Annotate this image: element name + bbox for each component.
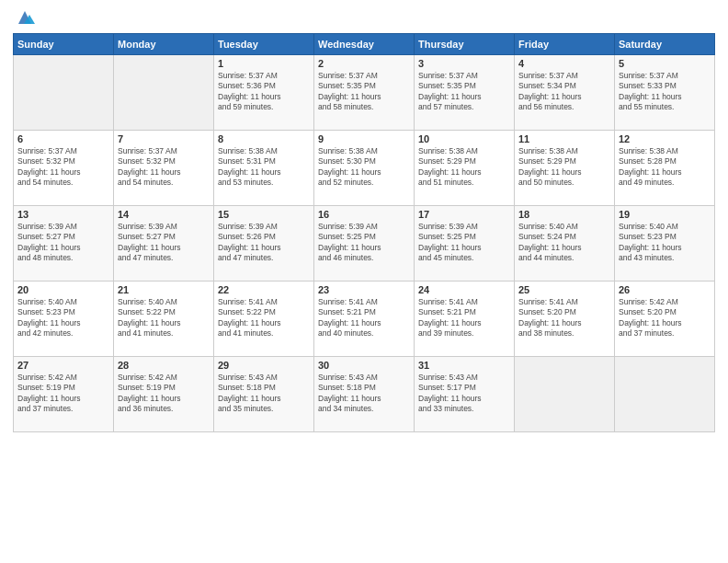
- calendar-cell: 9Sunrise: 5:38 AM Sunset: 5:30 PM Daylig…: [314, 131, 415, 206]
- day-number: 27: [17, 360, 109, 371]
- day-number: 19: [619, 209, 711, 220]
- calendar-week-row: 20Sunrise: 5:40 AM Sunset: 5:23 PM Dayli…: [14, 282, 715, 357]
- day-info: Sunrise: 5:38 AM Sunset: 5:29 PM Dayligh…: [518, 146, 610, 189]
- calendar-cell: 24Sunrise: 5:41 AM Sunset: 5:21 PM Dayli…: [415, 282, 515, 357]
- day-number: 5: [619, 58, 711, 69]
- day-number: 20: [17, 284, 109, 295]
- calendar-cell: 25Sunrise: 5:41 AM Sunset: 5:20 PM Dayli…: [515, 282, 615, 357]
- day-info: Sunrise: 5:39 AM Sunset: 5:25 PM Dayligh…: [418, 222, 510, 264]
- calendar-cell: 18Sunrise: 5:40 AM Sunset: 5:24 PM Dayli…: [515, 206, 615, 282]
- day-number: 21: [118, 284, 210, 295]
- day-number: 22: [218, 284, 310, 295]
- day-number: 28: [118, 360, 210, 371]
- day-info: Sunrise: 5:40 AM Sunset: 5:23 PM Dayligh…: [619, 222, 711, 264]
- day-number: 14: [118, 209, 210, 220]
- calendar-cell: 31Sunrise: 5:43 AM Sunset: 5:17 PM Dayli…: [415, 357, 515, 432]
- day-info: Sunrise: 5:38 AM Sunset: 5:31 PM Dayligh…: [218, 146, 310, 189]
- calendar-cell: 6Sunrise: 5:37 AM Sunset: 5:32 PM Daylig…: [14, 131, 114, 206]
- day-info: Sunrise: 5:37 AM Sunset: 5:33 PM Dayligh…: [619, 71, 711, 113]
- day-number: 23: [318, 284, 410, 295]
- day-number: 6: [17, 133, 109, 144]
- day-info: Sunrise: 5:38 AM Sunset: 5:28 PM Dayligh…: [619, 146, 711, 189]
- day-number: 8: [218, 133, 310, 144]
- calendar-cell: 14Sunrise: 5:39 AM Sunset: 5:27 PM Dayli…: [114, 206, 214, 282]
- day-info: Sunrise: 5:37 AM Sunset: 5:36 PM Dayligh…: [218, 71, 310, 113]
- day-number: 31: [418, 360, 510, 371]
- calendar-cell: 12Sunrise: 5:38 AM Sunset: 5:28 PM Dayli…: [615, 131, 715, 206]
- day-number: 1: [218, 58, 310, 69]
- day-info: Sunrise: 5:40 AM Sunset: 5:24 PM Dayligh…: [518, 222, 610, 264]
- day-number: 2: [318, 58, 410, 69]
- calendar-cell: 10Sunrise: 5:38 AM Sunset: 5:29 PM Dayli…: [415, 131, 515, 206]
- day-number: 26: [619, 284, 711, 295]
- calendar-cell: [615, 357, 715, 432]
- column-header-thursday: Thursday: [415, 34, 515, 55]
- day-number: 3: [418, 58, 510, 69]
- day-info: Sunrise: 5:40 AM Sunset: 5:23 PM Dayligh…: [17, 297, 109, 339]
- day-info: Sunrise: 5:42 AM Sunset: 5:19 PM Dayligh…: [17, 373, 109, 415]
- calendar-cell: 23Sunrise: 5:41 AM Sunset: 5:21 PM Dayli…: [314, 282, 415, 357]
- calendar-cell: 5Sunrise: 5:37 AM Sunset: 5:33 PM Daylig…: [615, 55, 715, 131]
- day-number: 13: [17, 209, 109, 220]
- calendar-cell: 26Sunrise: 5:42 AM Sunset: 5:20 PM Dayli…: [615, 282, 715, 357]
- day-info: Sunrise: 5:43 AM Sunset: 5:18 PM Dayligh…: [218, 373, 310, 415]
- day-number: 16: [318, 209, 410, 220]
- calendar-cell: 13Sunrise: 5:39 AM Sunset: 5:27 PM Dayli…: [14, 206, 114, 282]
- day-info: Sunrise: 5:41 AM Sunset: 5:21 PM Dayligh…: [318, 297, 410, 339]
- logo-icon: [15, 9, 35, 26]
- calendar-cell: 20Sunrise: 5:40 AM Sunset: 5:23 PM Dayli…: [14, 282, 114, 357]
- calendar-header-row: SundayMondayTuesdayWednesdayThursdayFrid…: [14, 34, 715, 55]
- calendar-cell: 1Sunrise: 5:37 AM Sunset: 5:36 PM Daylig…: [214, 55, 314, 131]
- calendar-cell: 22Sunrise: 5:41 AM Sunset: 5:22 PM Dayli…: [214, 282, 314, 357]
- day-info: Sunrise: 5:37 AM Sunset: 5:35 PM Dayligh…: [318, 71, 410, 113]
- day-info: Sunrise: 5:39 AM Sunset: 5:26 PM Dayligh…: [218, 222, 310, 264]
- calendar-cell: 4Sunrise: 5:37 AM Sunset: 5:34 PM Daylig…: [515, 55, 615, 131]
- calendar-week-row: 1Sunrise: 5:37 AM Sunset: 5:36 PM Daylig…: [14, 55, 715, 131]
- column-header-wednesday: Wednesday: [314, 34, 415, 55]
- day-number: 7: [118, 133, 210, 144]
- day-info: Sunrise: 5:37 AM Sunset: 5:35 PM Dayligh…: [418, 71, 510, 113]
- day-info: Sunrise: 5:37 AM Sunset: 5:32 PM Dayligh…: [17, 146, 109, 189]
- day-info: Sunrise: 5:42 AM Sunset: 5:19 PM Dayligh…: [118, 373, 210, 415]
- day-number: 11: [518, 133, 610, 144]
- day-info: Sunrise: 5:41 AM Sunset: 5:21 PM Dayligh…: [418, 297, 510, 339]
- page-header: [13, 9, 715, 26]
- calendar-cell: 16Sunrise: 5:39 AM Sunset: 5:25 PM Dayli…: [314, 206, 415, 282]
- day-number: 17: [418, 209, 510, 220]
- calendar-week-row: 13Sunrise: 5:39 AM Sunset: 5:27 PM Dayli…: [14, 206, 715, 282]
- calendar-cell: [114, 55, 214, 131]
- calendar-cell: [14, 55, 114, 131]
- day-number: 25: [518, 284, 610, 295]
- calendar-cell: 17Sunrise: 5:39 AM Sunset: 5:25 PM Dayli…: [415, 206, 515, 282]
- calendar-cell: [515, 357, 615, 432]
- day-number: 12: [619, 133, 711, 144]
- day-info: Sunrise: 5:39 AM Sunset: 5:25 PM Dayligh…: [318, 222, 410, 264]
- column-header-tuesday: Tuesday: [214, 34, 314, 55]
- day-number: 18: [518, 209, 610, 220]
- day-info: Sunrise: 5:41 AM Sunset: 5:20 PM Dayligh…: [518, 297, 610, 339]
- day-number: 9: [318, 133, 410, 144]
- calendar-week-row: 6Sunrise: 5:37 AM Sunset: 5:32 PM Daylig…: [14, 131, 715, 206]
- day-info: Sunrise: 5:40 AM Sunset: 5:22 PM Dayligh…: [118, 297, 210, 339]
- day-number: 24: [418, 284, 510, 295]
- day-info: Sunrise: 5:38 AM Sunset: 5:30 PM Dayligh…: [318, 146, 410, 189]
- column-header-friday: Friday: [515, 34, 615, 55]
- day-info: Sunrise: 5:39 AM Sunset: 5:27 PM Dayligh…: [17, 222, 109, 264]
- calendar-cell: 8Sunrise: 5:38 AM Sunset: 5:31 PM Daylig…: [214, 131, 314, 206]
- calendar-cell: 21Sunrise: 5:40 AM Sunset: 5:22 PM Dayli…: [114, 282, 214, 357]
- calendar-table: SundayMondayTuesdayWednesdayThursdayFrid…: [13, 33, 715, 432]
- calendar-cell: 19Sunrise: 5:40 AM Sunset: 5:23 PM Dayli…: [615, 206, 715, 282]
- calendar-cell: 27Sunrise: 5:42 AM Sunset: 5:19 PM Dayli…: [14, 357, 114, 432]
- calendar-cell: 2Sunrise: 5:37 AM Sunset: 5:35 PM Daylig…: [314, 55, 415, 131]
- calendar-week-row: 27Sunrise: 5:42 AM Sunset: 5:19 PM Dayli…: [14, 357, 715, 432]
- calendar-cell: 7Sunrise: 5:37 AM Sunset: 5:32 PM Daylig…: [114, 131, 214, 206]
- calendar-cell: 29Sunrise: 5:43 AM Sunset: 5:18 PM Dayli…: [214, 357, 314, 432]
- day-info: Sunrise: 5:42 AM Sunset: 5:20 PM Dayligh…: [619, 297, 711, 339]
- day-info: Sunrise: 5:37 AM Sunset: 5:32 PM Dayligh…: [118, 146, 210, 189]
- day-info: Sunrise: 5:38 AM Sunset: 5:29 PM Dayligh…: [418, 146, 510, 189]
- day-number: 29: [218, 360, 310, 371]
- day-info: Sunrise: 5:43 AM Sunset: 5:18 PM Dayligh…: [318, 373, 410, 415]
- calendar-cell: 11Sunrise: 5:38 AM Sunset: 5:29 PM Dayli…: [515, 131, 615, 206]
- calendar-cell: 30Sunrise: 5:43 AM Sunset: 5:18 PM Dayli…: [314, 357, 415, 432]
- calendar-cell: 28Sunrise: 5:42 AM Sunset: 5:19 PM Dayli…: [114, 357, 214, 432]
